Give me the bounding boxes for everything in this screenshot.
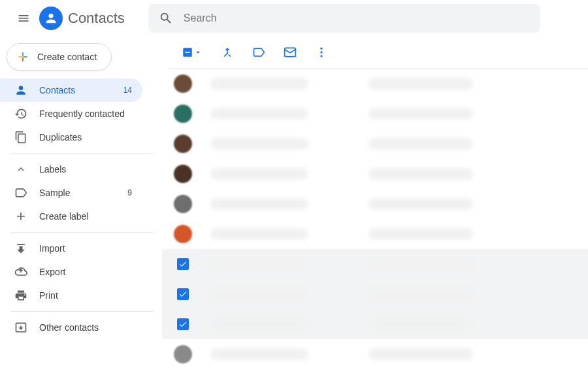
contact-name-redacted	[210, 168, 308, 180]
contact-name-redacted	[210, 198, 308, 210]
labels-header-label: Labels	[39, 164, 132, 175]
email-icon	[284, 46, 297, 59]
sidebar-item-label: Other contacts	[39, 322, 132, 333]
selection-dropdown[interactable]	[182, 46, 203, 58]
label-icon	[252, 46, 265, 59]
contact-row[interactable]	[162, 159, 588, 189]
contact-email-redacted	[368, 138, 473, 150]
avatar	[174, 345, 192, 363]
sidebar-labels-header[interactable]: Labels	[0, 158, 142, 181]
avatar	[174, 165, 192, 183]
contact-email-redacted	[368, 228, 473, 240]
contact-list	[162, 69, 588, 368]
chevron-up-icon	[14, 163, 27, 176]
check-icon	[178, 290, 188, 299]
print-icon	[14, 289, 27, 302]
sidebar-item-import[interactable]: Import	[0, 237, 142, 260]
plus-icon	[14, 210, 27, 223]
menu-button[interactable]	[10, 5, 37, 31]
import-icon	[14, 242, 27, 255]
search-bar[interactable]	[148, 4, 540, 33]
app-logo[interactable]: Contacts	[39, 7, 125, 30]
sidebar-item-label: Import	[39, 243, 132, 254]
app-title: Contacts	[68, 10, 125, 27]
contact-row[interactable]	[162, 279, 588, 309]
contact-row[interactable]	[162, 339, 588, 368]
contact-row[interactable]	[162, 189, 588, 219]
contact-row[interactable]	[162, 99, 588, 129]
more-button[interactable]	[315, 46, 328, 59]
contact-email-redacted	[368, 108, 473, 120]
label-icon	[14, 186, 27, 199]
sidebar-item-export[interactable]: Export	[0, 260, 142, 284]
contact-email-redacted	[368, 258, 473, 270]
contact-checkbox[interactable]	[177, 258, 189, 270]
email-button[interactable]	[284, 46, 297, 59]
create-contact-label: Create contact	[37, 52, 97, 62]
sidebar-item-label: Frequently contacted	[39, 109, 132, 119]
contact-email-redacted	[368, 168, 473, 180]
contact-row[interactable]	[162, 129, 588, 159]
avatar	[174, 105, 192, 123]
divider	[10, 153, 154, 154]
contact-row[interactable]	[162, 309, 588, 339]
contact-email-redacted	[368, 198, 473, 210]
sidebar-label-label: Sample	[39, 188, 127, 198]
duplicate-icon	[14, 131, 27, 144]
indeterminate-checkbox-icon	[182, 46, 193, 58]
sidebar-item-contacts[interactable]: Contacts 14	[0, 78, 142, 102]
sidebar-item-label: Export	[39, 267, 132, 277]
sidebar-item-label: Print	[39, 290, 132, 301]
svg-point-3	[320, 51, 322, 53]
sidebar-item-frequent[interactable]: Frequently contacted	[0, 102, 142, 125]
plus-icon	[16, 50, 29, 63]
content-area	[154, 37, 588, 368]
sidebar: Create contact Contacts 14 Frequently co…	[0, 37, 154, 368]
search-icon	[159, 11, 173, 25]
more-vert-icon	[315, 46, 328, 59]
sidebar-label-count: 9	[127, 188, 132, 197]
contact-name-redacted	[210, 348, 308, 360]
history-icon	[14, 107, 27, 120]
create-label-label: Create label	[39, 211, 132, 222]
contact-email-redacted	[368, 318, 473, 330]
divider	[10, 232, 154, 233]
contact-email-redacted	[368, 288, 473, 300]
check-icon	[178, 259, 188, 269]
divider	[10, 311, 154, 312]
contact-email-redacted	[368, 348, 473, 360]
search-input[interactable]	[184, 12, 530, 24]
contact-name-redacted	[210, 258, 308, 270]
contact-row[interactable]	[162, 69, 588, 99]
merge-button[interactable]	[221, 46, 234, 59]
contact-name-redacted	[210, 288, 308, 300]
export-icon	[14, 265, 27, 278]
create-contact-button[interactable]: Create contact	[7, 43, 112, 71]
contact-name-redacted	[210, 228, 308, 240]
contact-name-redacted	[210, 78, 308, 90]
sidebar-label-sample[interactable]: Sample 9	[0, 181, 142, 205]
sidebar-item-print[interactable]: Print	[0, 284, 142, 307]
contact-row[interactable]	[162, 249, 588, 279]
avatar	[174, 75, 192, 93]
contact-name-redacted	[210, 318, 308, 330]
contact-checkbox[interactable]	[177, 288, 189, 300]
avatar	[174, 135, 192, 153]
chevron-down-icon	[193, 48, 203, 57]
svg-point-4	[320, 55, 322, 57]
label-button[interactable]	[252, 46, 265, 59]
contact-checkbox[interactable]	[177, 318, 189, 330]
sidebar-item-duplicates[interactable]: Duplicates	[0, 125, 142, 149]
contacts-icon	[39, 7, 63, 30]
sidebar-item-other-contacts[interactable]: Other contacts	[0, 316, 142, 339]
contact-row[interactable]	[162, 219, 588, 249]
person-icon	[14, 84, 27, 97]
contact-name-redacted	[210, 108, 308, 120]
sidebar-item-count: 14	[123, 86, 132, 95]
menu-icon	[17, 12, 30, 25]
sidebar-create-label[interactable]: Create label	[0, 205, 142, 228]
sidebar-item-label: Duplicates	[39, 132, 132, 142]
archive-icon	[14, 321, 27, 334]
selection-toolbar	[162, 37, 588, 68]
avatar	[174, 195, 192, 213]
